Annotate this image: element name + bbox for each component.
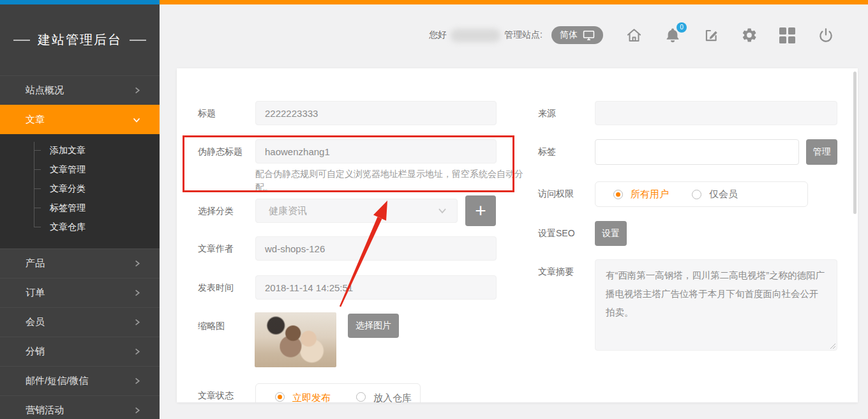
author-label: 文章作者	[198, 243, 234, 255]
category-select[interactable]: 健康资讯	[255, 199, 458, 223]
header-bar: 您好 管理站点: 简体 0	[429, 4, 834, 66]
manage-site-label: 管理站点:	[504, 29, 542, 41]
logo-dash-right	[130, 40, 146, 41]
header-icons: 0	[625, 27, 834, 44]
panel-scrollbar-thumb[interactable]	[853, 72, 857, 214]
access-members-only-radio[interactable]	[692, 190, 701, 199]
access-members-only-label: 仅会员	[709, 188, 738, 201]
source-input[interactable]	[595, 101, 837, 125]
username-redacted	[451, 29, 500, 42]
apps-grid-icon[interactable]	[779, 27, 796, 44]
sidebar-item-orders[interactable]: 订单	[0, 278, 160, 307]
topbar-accent-left	[0, 0, 160, 4]
status-warehouse-label: 放入仓库	[373, 392, 412, 402]
status-warehouse-radio[interactable]	[356, 392, 366, 402]
logo-dash-left	[13, 40, 30, 41]
add-category-button[interactable]: +	[465, 195, 496, 226]
chevron-right-icon	[132, 317, 142, 327]
category-label: 选择分类	[198, 206, 234, 217]
status-publish-label: 立即发布	[292, 392, 331, 402]
source-label: 来源	[538, 108, 556, 119]
settings-gear-icon[interactable]	[740, 27, 758, 44]
seo-label: 设置SEO	[538, 228, 575, 240]
status-options-box: 立即发布 放入仓库	[255, 383, 421, 402]
sidebar-item-products[interactable]: 产品	[0, 248, 160, 278]
access-label: 访问权限	[538, 188, 574, 200]
title-input[interactable]	[255, 101, 497, 125]
title-label: 标题	[198, 108, 216, 119]
status-label: 文章状态	[198, 390, 234, 402]
category-selected-value: 健康资讯	[269, 205, 307, 217]
submenu-item-article-manage[interactable]: 文章管理	[0, 160, 160, 179]
status-publish-radio[interactable]	[275, 392, 285, 402]
tags-input[interactable]	[595, 139, 799, 165]
tags-label: 标签	[538, 146, 556, 158]
article-edit-panel: 标题 伪静态标题 配合伪静态规则可自定义浏览器地址栏显示地址，留空系统会自动分配…	[177, 68, 858, 402]
sidebar-item-label: 文章	[26, 114, 131, 126]
greeting-text: 您好	[429, 29, 447, 41]
sidebar-submenu-articles: 添加文章 文章管理 文章分类 标签管理 文章仓库	[0, 134, 160, 248]
sidebar-item-label: 订单	[26, 287, 132, 299]
slug-input[interactable]	[255, 139, 497, 164]
chevron-right-icon	[132, 376, 142, 386]
submenu-item-add-article[interactable]: 添加文章	[0, 141, 160, 160]
app-window: 建站管理后台 站点概况 文章 添加文章 文章管理 文章分类 标签管理 文章仓库 …	[0, 0, 868, 419]
sidebar-item-label: 站点概况	[26, 84, 132, 96]
access-all-users-radio[interactable]	[613, 190, 623, 199]
access-all-users-label: 所有用户	[631, 188, 669, 201]
slug-label: 伪静态标题	[198, 146, 243, 158]
notification-badge: 0	[677, 22, 687, 33]
edit-icon[interactable]	[702, 27, 719, 44]
app-logo: 建站管理后台	[0, 4, 160, 75]
home-icon[interactable]	[625, 27, 643, 44]
sidebar-item-site-overview[interactable]: 站点概况	[0, 75, 160, 105]
thumbnail-image	[255, 312, 336, 367]
sidebar-item-mail-sms-wechat[interactable]: 邮件/短信/微信	[0, 366, 160, 395]
language-site-button[interactable]: 简体	[551, 26, 603, 44]
author-input[interactable]	[255, 236, 497, 261]
chevron-down-icon	[131, 115, 142, 125]
access-options-box: 所有用户 仅会员	[595, 181, 808, 207]
sidebar-item-articles[interactable]: 文章	[0, 105, 160, 134]
publish-time-input[interactable]	[255, 275, 497, 300]
sidebar-item-label: 会员	[26, 316, 132, 328]
chevron-right-icon	[132, 347, 142, 356]
sidebar-item-label: 分销	[26, 346, 132, 358]
choose-image-button[interactable]: 选择图片	[348, 314, 399, 338]
summary-label: 文章摘要	[538, 266, 574, 278]
chevron-right-icon	[132, 288, 142, 298]
sidebar: 建站管理后台 站点概况 文章 添加文章 文章管理 文章分类 标签管理 文章仓库 …	[0, 4, 160, 419]
slug-hint-text: 配合伪静态规则可自定义浏览器地址栏显示地址，留空系统会自动分配。	[255, 167, 526, 194]
sidebar-item-distribution[interactable]: 分销	[0, 337, 160, 366]
submenu-item-tag-manage[interactable]: 标签管理	[0, 198, 160, 217]
sidebar-item-label: 产品	[26, 257, 132, 270]
submenu-item-article-category[interactable]: 文章分类	[0, 179, 160, 198]
chevron-right-icon	[132, 259, 142, 268]
chevron-down-icon	[437, 205, 448, 217]
sidebar-item-label: 邮件/短信/微信	[26, 375, 132, 387]
chevron-right-icon	[132, 406, 142, 415]
chevron-right-icon	[132, 86, 142, 95]
thumbnail-label: 缩略图	[198, 321, 225, 332]
publish-time-label: 发表时间	[198, 282, 234, 294]
seo-settings-button[interactable]: 设置	[595, 221, 627, 246]
topbar-accent-right	[160, 0, 868, 4]
logout-power-icon[interactable]	[817, 27, 834, 44]
notification-bell-icon[interactable]: 0	[664, 27, 681, 44]
summary-textarea[interactable]	[595, 259, 837, 351]
language-label: 简体	[560, 29, 578, 41]
sidebar-item-members[interactable]: 会员	[0, 307, 160, 337]
sidebar-item-marketing[interactable]: 营销活动	[0, 395, 160, 419]
submenu-item-article-warehouse[interactable]: 文章仓库	[0, 217, 160, 236]
monitor-icon	[583, 30, 595, 41]
app-title: 建站管理后台	[38, 31, 122, 49]
manage-tags-button[interactable]: 管理	[806, 139, 837, 165]
sidebar-item-label: 营销活动	[26, 404, 132, 416]
